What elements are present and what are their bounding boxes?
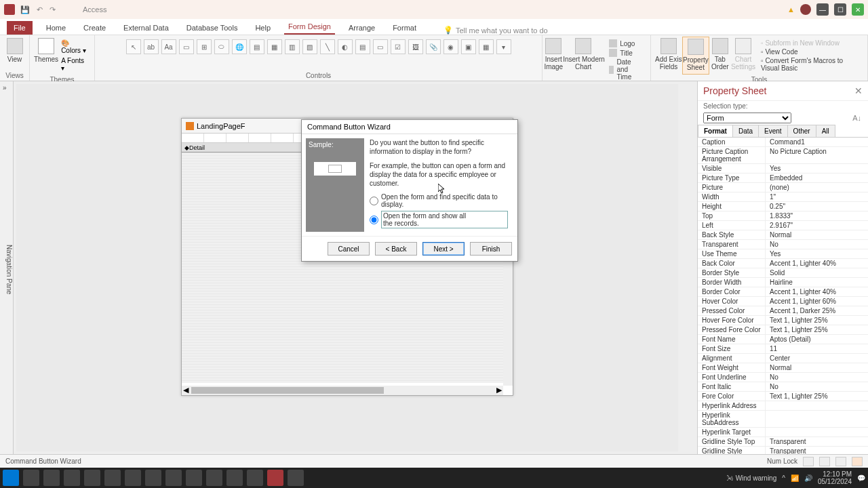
tray-date[interactable]: 05/12/2024 xyxy=(818,478,852,485)
property-row[interactable]: Font UnderlineNo xyxy=(698,373,868,382)
minimize-button[interactable]: — xyxy=(816,3,829,16)
cancel-button[interactable]: Cancel xyxy=(328,242,370,256)
property-value[interactable]: 1.8333" xyxy=(766,211,868,220)
start-button[interactable] xyxy=(3,470,19,486)
property-row[interactable]: TransparentNo xyxy=(698,240,868,249)
label-control-icon[interactable]: Aa xyxy=(161,39,176,54)
property-row[interactable]: Font WeightNormal xyxy=(698,363,868,373)
user-avatar[interactable] xyxy=(800,4,811,15)
tab-all-props[interactable]: All xyxy=(816,125,835,137)
property-value[interactable]: Accent 1, Lighter 60% xyxy=(766,297,868,306)
property-row[interactable]: Pressed Fore ColorText 1, Lighter 25% xyxy=(698,325,868,335)
check-control-icon[interactable]: ☑ xyxy=(391,39,406,54)
property-value[interactable]: 0.25" xyxy=(766,202,868,211)
save-icon[interactable]: 💾 xyxy=(20,5,30,14)
radio-find-specific[interactable] xyxy=(370,197,378,205)
property-sheet-button[interactable]: Property Sheet xyxy=(682,37,709,75)
property-row[interactable]: Back StyleNormal xyxy=(698,230,868,240)
attach-control-icon[interactable]: 📎 xyxy=(426,39,441,54)
title-button[interactable]: Title xyxy=(609,49,643,57)
view-datasheet-button[interactable] xyxy=(803,457,814,466)
finish-button[interactable]: Finish xyxy=(470,242,512,256)
tab-order-button[interactable]: Tab Order xyxy=(709,37,731,75)
property-row[interactable]: Border StyleSolid xyxy=(698,268,868,278)
property-value[interactable]: 1" xyxy=(766,192,868,201)
taskbar-icon[interactable] xyxy=(104,470,121,486)
property-row[interactable]: Use ThemeYes xyxy=(698,249,868,259)
radio-show-all[interactable] xyxy=(370,216,378,224)
taskbar-icon[interactable] xyxy=(64,470,80,486)
taskbar-icon[interactable] xyxy=(145,470,161,486)
taskbar-icon[interactable] xyxy=(165,470,182,486)
property-value[interactable] xyxy=(766,401,868,410)
property-value[interactable]: Transparent xyxy=(766,447,868,454)
close-button[interactable]: ✕ xyxy=(852,3,864,16)
option-find-specific[interactable]: Open the form and find specific data to … xyxy=(370,193,508,208)
property-row[interactable]: Border ColorAccent 1, Lighter 40% xyxy=(698,287,868,297)
property-row[interactable]: CaptionCommand1 xyxy=(698,138,868,147)
taskbar-access-icon[interactable] xyxy=(267,470,283,486)
property-row[interactable]: Border WidthHairline xyxy=(698,278,868,287)
tray-notifications-icon[interactable]: 💬 xyxy=(857,474,865,482)
property-row[interactable]: Back ColorAccent 1, Lighter 40% xyxy=(698,259,868,268)
undo-icon[interactable]: ↶ xyxy=(37,5,43,14)
property-row[interactable]: Picture Caption ArrangementNo Picture Ca… xyxy=(698,147,868,164)
add-existing-fields-button[interactable]: Add Existing Fields xyxy=(655,37,682,75)
tray-volume-icon[interactable]: 🔊 xyxy=(804,474,812,482)
datetime-button[interactable]: Date and Time xyxy=(609,58,643,81)
property-row[interactable]: Font ItalicNo xyxy=(698,382,868,392)
group-control-icon[interactable]: ▦ xyxy=(267,39,282,54)
taskbar-icon[interactable] xyxy=(226,470,243,486)
option-show-all[interactable]: Open the form and show all the records. xyxy=(370,211,508,228)
line-control-icon[interactable]: ╲ xyxy=(320,39,335,54)
property-value[interactable]: Text 1, Lighter 25% xyxy=(766,392,868,401)
option-control-icon[interactable]: ◉ xyxy=(443,39,458,54)
list-control-icon[interactable]: ▤ xyxy=(355,39,370,54)
property-row[interactable]: Left2.9167" xyxy=(698,221,868,230)
property-row[interactable]: Font NameAptos (Detail) xyxy=(698,335,868,344)
property-value[interactable]: Hairline xyxy=(766,278,868,287)
redo-icon[interactable]: ↷ xyxy=(50,5,56,14)
property-value[interactable]: Embedded xyxy=(766,174,868,182)
select-control-icon[interactable]: ↖ xyxy=(126,39,141,54)
web-control-icon[interactable]: 🌐 xyxy=(232,39,247,54)
tab-arrange[interactable]: Arrange xyxy=(344,21,379,35)
tell-me-search[interactable]: 💡 Tell me what you want to do xyxy=(443,26,548,35)
property-value[interactable]: No xyxy=(766,382,868,391)
button-control-icon[interactable]: ▭ xyxy=(179,39,194,54)
warning-icon[interactable]: ▲ xyxy=(787,5,795,14)
property-value[interactable]: Accent 1, Darker 25% xyxy=(766,306,868,315)
taskbar-icon[interactable] xyxy=(125,470,141,486)
themes-button[interactable]: Themes xyxy=(34,37,58,75)
tab-database-tools[interactable]: Database Tools xyxy=(182,21,242,35)
property-row[interactable]: Hyperlink Target xyxy=(698,428,868,437)
insert-chart-button[interactable]: Insert Modern Chart xyxy=(563,37,604,83)
taskbar-icon[interactable] xyxy=(206,470,222,486)
property-list[interactable]: CaptionCommand1Picture Caption Arrangeme… xyxy=(698,138,868,454)
tab-file[interactable]: File xyxy=(7,21,33,35)
view-layout-button[interactable] xyxy=(835,457,846,466)
taskbar-icon[interactable] xyxy=(288,470,304,486)
selection-combo[interactable]: Form xyxy=(703,113,791,123)
colors-button[interactable]: 🎨 Colors ▾ xyxy=(61,39,87,54)
property-value[interactable]: Normal xyxy=(766,363,868,372)
property-row[interactable]: Gridline Style BottomTransparent xyxy=(698,447,868,454)
property-row[interactable]: Pressed ColorAccent 1, Darker 25% xyxy=(698,306,868,316)
property-value[interactable]: Normal xyxy=(766,230,868,239)
property-value[interactable]: Center xyxy=(766,354,868,363)
property-value[interactable]: Accent 1, Lighter 40% xyxy=(766,287,868,296)
property-row[interactable]: Hyperlink Address xyxy=(698,401,868,411)
image-control-icon[interactable]: 🖼 xyxy=(408,39,423,54)
nav-control-icon[interactable]: ▤ xyxy=(250,39,264,54)
nav-toggle-icon[interactable]: » xyxy=(3,84,7,92)
property-sheet-close-icon[interactable]: ✕ xyxy=(854,85,863,96)
back-button[interactable]: < Back xyxy=(375,242,417,256)
toggle-control-icon[interactable]: ◐ xyxy=(338,39,353,54)
sub-control-icon[interactable]: ▣ xyxy=(461,39,476,54)
property-value[interactable]: Yes xyxy=(766,164,868,173)
insert-image-button[interactable]: Insert Image xyxy=(544,37,563,83)
tab-other-props[interactable]: Other xyxy=(787,125,816,137)
link-control-icon[interactable]: ⬭ xyxy=(214,39,229,54)
property-row[interactable]: Hyperlink SubAddress xyxy=(698,411,868,428)
property-value[interactable]: (none) xyxy=(766,183,868,192)
